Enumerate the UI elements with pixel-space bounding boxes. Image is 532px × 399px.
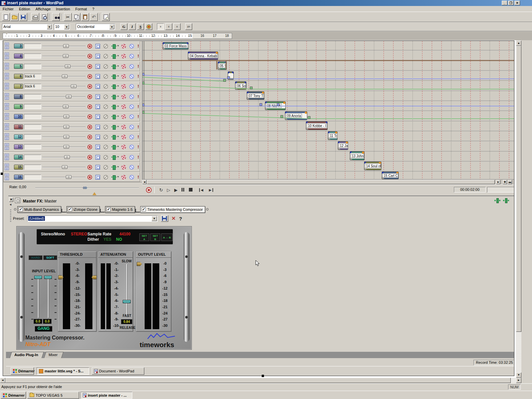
fx-chain-icon[interactable] <box>494 198 500 202</box>
plugin-chain-button[interactable]: ▾ <box>111 64 118 69</box>
plugin-chain-button[interactable]: ▾ <box>111 155 118 160</box>
record-arm-button[interactable] <box>87 44 92 49</box>
chevron-down-icon[interactable]: ▾ <box>117 115 119 118</box>
minimize-icon[interactable] <box>5 63 9 66</box>
gang-button[interactable]: GANG <box>35 326 52 332</box>
track-number-badge[interactable]: 16 <box>14 175 23 180</box>
restore-icon[interactable] <box>5 117 9 120</box>
automation-settings-button[interactable] <box>121 64 126 69</box>
release-slider-handle[interactable] <box>123 300 131 303</box>
restore-icon[interactable] <box>5 167 9 170</box>
print-button[interactable] <box>31 13 39 21</box>
minimize-icon[interactable] <box>5 93 9 96</box>
track-name-field[interactable] <box>24 144 41 149</box>
automation-settings-button[interactable] <box>121 145 126 149</box>
track-volume-slider[interactable] <box>42 84 85 89</box>
restore-icon[interactable] <box>5 177 9 180</box>
chevron-down-icon[interactable]: ▾ <box>117 84 119 87</box>
task-button[interactable]: TOPO VEGAS 5 <box>27 392 79 399</box>
track-name-field[interactable] <box>24 165 41 170</box>
track-volume-slider[interactable] <box>42 54 85 59</box>
restore-icon[interactable] <box>5 86 9 89</box>
chevron-down-icon[interactable]: ▾ <box>117 145 119 148</box>
indent-marker-top[interactable] <box>5 33 8 36</box>
checkbox-icon[interactable]: ✓ <box>142 207 146 211</box>
track-number-badge[interactable]: 9 <box>14 104 23 109</box>
minimize-icon[interactable] <box>5 133 9 136</box>
bold-button[interactable]: G <box>120 23 127 30</box>
document-area[interactable]: 3▾!4▾!5▾!6track 6▾!7track 6▾!8▾!9▾!10▾!1… <box>0 40 516 378</box>
go-to-end-button[interactable]: ► <box>208 187 213 193</box>
bypass-button[interactable] <box>129 54 134 59</box>
checkbox-icon[interactable]: ✓ <box>68 207 72 211</box>
input-slider-handle-right[interactable] <box>44 276 52 279</box>
minimize-icon[interactable] <box>5 174 9 177</box>
tab-mixer[interactable]: Mixer <box>44 352 64 358</box>
track-minimize-buttons[interactable] <box>5 93 9 100</box>
minimize-icon[interactable] <box>5 123 9 126</box>
italic-button[interactable]: I <box>129 23 136 30</box>
delete-preset-button[interactable]: ✕ <box>172 215 176 221</box>
vertical-scroll-thumb[interactable] <box>516 46 521 332</box>
vertical-scrollbar[interactable]: ▲ ▼ <box>516 41 521 378</box>
plugin-chain-button[interactable]: ▾ <box>111 114 118 119</box>
mute-button[interactable] <box>103 54 108 59</box>
track-minimize-buttons[interactable] <box>5 113 9 120</box>
track-fx-button[interactable] <box>95 84 100 89</box>
bullets-button[interactable]: ⁝≡ <box>185 23 192 30</box>
menu-item[interactable]: Format <box>73 6 90 12</box>
track-name-field[interactable] <box>24 64 41 69</box>
track-fx-button[interactable] <box>95 94 100 99</box>
volume-slider-handle[interactable] <box>65 65 70 68</box>
track-row[interactable]: 16▾! <box>3 172 140 182</box>
automation-settings-button[interactable] <box>121 114 126 119</box>
bypass-button[interactable] <box>129 145 134 149</box>
scroll-left-icon[interactable]: ◄ <box>142 180 147 184</box>
plugin-chain-button[interactable]: ▾ <box>111 104 118 109</box>
find-button[interactable] <box>52 13 60 21</box>
track-number-badge[interactable]: 10 <box>14 114 23 119</box>
track-fx-button[interactable] <box>95 145 100 149</box>
menu-item[interactable]: Insertion <box>53 6 72 12</box>
embedded-vegas-image[interactable]: 3▾!4▾!5▾!6track 6▾!7track 6▾!8▾!9▾!10▾!1… <box>3 41 514 376</box>
track-minimize-buttons[interactable] <box>5 103 9 110</box>
record-arm-button[interactable] <box>87 74 92 79</box>
dither-no[interactable]: NO <box>116 237 122 242</box>
soft-knee-button[interactable]: SOFT <box>43 255 57 260</box>
horizontal-scroll-thumb[interactable] <box>5 378 511 383</box>
minimize-button[interactable]: _ <box>502 1 507 5</box>
chevron-down-icon[interactable]: ▾ <box>117 74 119 77</box>
minimize-icon[interactable] <box>5 164 9 167</box>
volume-slider-handle[interactable] <box>63 54 68 58</box>
align-left-button[interactable]: ≡ <box>157 23 164 30</box>
chevron-down-icon[interactable]: ▾ <box>117 135 119 138</box>
font-family-combo[interactable]: Arial▼ <box>2 24 53 30</box>
bypass-button[interactable] <box>129 94 134 99</box>
track-number-badge[interactable]: 3 <box>14 44 23 49</box>
bypass-button[interactable] <box>129 74 134 79</box>
rate-slider[interactable] <box>35 188 139 188</box>
mute-button[interactable] <box>103 135 108 139</box>
track-fx-button[interactable] <box>95 165 100 170</box>
close-button[interactable]: ✕ <box>514 1 520 5</box>
automation-settings-button[interactable] <box>121 74 126 79</box>
volume-slider-handle[interactable] <box>64 145 69 149</box>
minimize-icon[interactable] <box>5 143 9 146</box>
save-button[interactable] <box>19 13 27 21</box>
track-volume-slider[interactable] <box>42 44 85 49</box>
cut-button[interactable]: ✂ <box>64 13 72 21</box>
track-fx-button[interactable] <box>95 125 100 129</box>
copy-button[interactable] <box>72 13 80 21</box>
bypass-button[interactable] <box>129 135 134 139</box>
selection-handle[interactable] <box>262 375 264 377</box>
horizontal-scrollbar[interactable]: ◄ ► <box>0 378 521 383</box>
track-name-field[interactable] <box>24 94 41 99</box>
track-row[interactable]: 14▾! <box>3 152 140 162</box>
indent-marker-bottom[interactable] <box>5 36 8 40</box>
plugin-chain-button[interactable]: ▾ <box>111 165 118 170</box>
track-volume-slider[interactable] <box>42 104 85 109</box>
volume-slider-handle[interactable] <box>64 115 69 118</box>
plugin-chain-button[interactable]: ▾ <box>111 125 118 129</box>
start-button[interactable]: Démarrer <box>1 392 26 399</box>
loop-playback-button[interactable]: ↻ <box>159 187 163 193</box>
